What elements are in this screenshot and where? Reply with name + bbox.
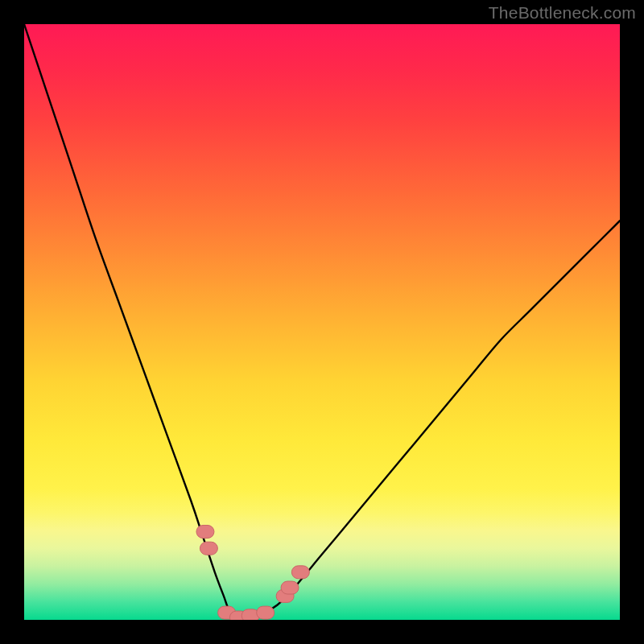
- chart-frame: TheBottleneck.com: [0, 0, 644, 644]
- plot-area: [24, 24, 620, 620]
- data-marker: [196, 525, 214, 538]
- chart-svg: [24, 24, 620, 620]
- data-marker: [257, 606, 275, 619]
- data-marker: [200, 542, 217, 555]
- watermark-text: TheBottleneck.com: [489, 3, 636, 23]
- data-marker: [281, 581, 299, 594]
- data-marker: [291, 566, 309, 579]
- data-markers: [196, 525, 309, 620]
- curve-path: [24, 24, 620, 617]
